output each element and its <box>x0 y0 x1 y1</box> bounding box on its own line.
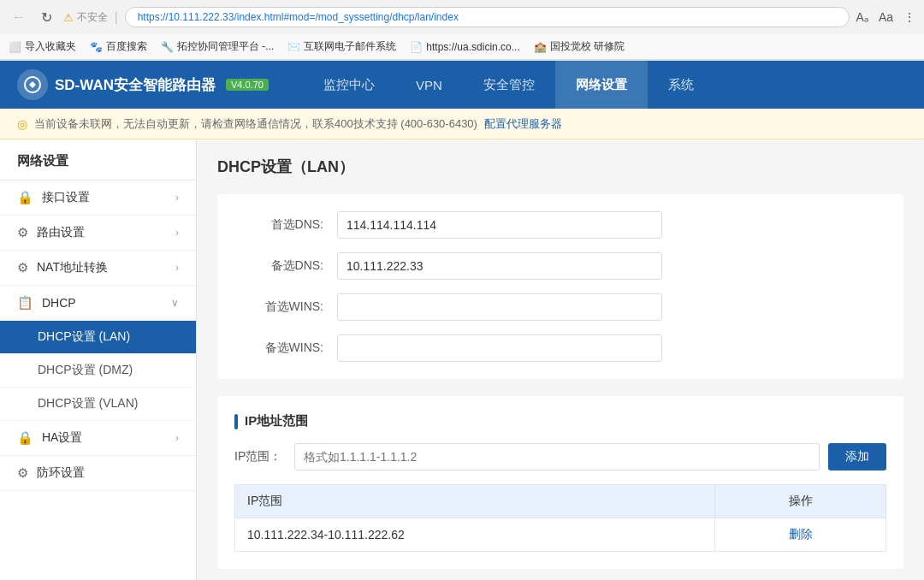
sidebar-label-loop: 防环设置 <box>37 465 179 481</box>
table-cell-action: 删除 <box>715 518 886 552</box>
content-area: DHCP设置（LAN） 首选DNS: 备选DNS: 首选WINS: 备选WINS… <box>197 139 924 580</box>
warning-text: 当前设备未联网，无法自动更新，请检查网络通信情况，联系400技术支持 (400-… <box>34 116 477 132</box>
input-secondary-wins[interactable] <box>337 334 662 362</box>
sidebar-label-interface: 接口设置 <box>42 190 175 205</box>
menu-icon[interactable]: ⋮ <box>903 10 915 24</box>
back-button[interactable]: ← <box>9 7 29 27</box>
logo-text: SD-WAN安全智能路由器 <box>55 75 216 95</box>
nat-icon: ⚙ <box>17 260 28 275</box>
chevron-nat: › <box>175 262 179 274</box>
bookmark-import[interactable]: ⬜ 导入收藏夹 <box>9 39 76 54</box>
nav-menu: 监控中心 VPN 安全管控 网络设置 系统 <box>303 61 907 109</box>
label-primary-wins: 首选WINS: <box>234 299 337 315</box>
page-title: DHCP设置（LAN） <box>217 157 903 177</box>
bookmark-icon-import: ⬜ <box>9 41 21 53</box>
bookmark-label-baidu: 百度搜索 <box>106 39 147 54</box>
table-row: 10.111.222.34-10.111.222.62 删除 <box>235 518 886 552</box>
form-row-primary-wins: 首选WINS: <box>234 293 886 321</box>
nav-network[interactable]: 网络设置 <box>555 61 648 109</box>
dhcp-icon: 📋 <box>17 295 33 311</box>
ip-section: IP地址范围 IP范围： 添加 IP范围 操作 10.111.222.34-10… <box>217 396 903 569</box>
section-title-bar <box>234 414 238 429</box>
input-primary-wins[interactable] <box>337 293 662 321</box>
bookmark-label-email: 互联网电子邮件系统 <box>304 39 396 54</box>
bookmark-icon-baidu: 🐾 <box>90 41 103 53</box>
label-secondary-wins: 备选WINS: <box>234 340 337 356</box>
label-secondary-dns: 备选DNS: <box>234 258 337 274</box>
nav-monitor[interactable]: 监控中心 <box>303 61 395 109</box>
loop-icon: ⚙ <box>17 465 28 481</box>
sidebar-label-route: 路由设置 <box>37 225 175 240</box>
browser-toolbar: ← ↻ ⚠ 不安全 | https://10.111.222.33/index.… <box>0 0 924 34</box>
route-icon: ⚙ <box>17 225 28 240</box>
chevron-ha: › <box>175 432 179 444</box>
table-cell-ip-range: 10.111.222.34-10.111.222.62 <box>235 518 715 552</box>
nav-system[interactable]: 系统 <box>648 61 714 109</box>
forward-button[interactable]: ↻ <box>36 7 56 27</box>
form-row-secondary-dns: 备选DNS: <box>234 252 886 280</box>
bookmark-label-platform: 拓控协同管理平台 -... <box>177 39 274 54</box>
address-url: https://10.111.222.33/index.html#mod=/mo… <box>138 11 459 23</box>
sidebar-item-nat[interactable]: ⚙ NAT地址转换 › <box>0 251 196 286</box>
sidebar-sub-dhcp-lan[interactable]: DHCP设置 (LAN) <box>0 321 196 354</box>
label-primary-dns: 首选DNS: <box>234 217 337 233</box>
security-warning-icon: ⚠ <box>63 11 74 24</box>
security-indicator: ⚠ 不安全 <box>63 10 108 25</box>
read-mode-icon[interactable]: Aₐ <box>856 10 868 24</box>
section-title-ip: IP地址范围 <box>234 413 886 429</box>
bookmarks-bar: ⬜ 导入收藏夹 🐾 百度搜索 🔧 拓控协同管理平台 -... ✉️ 互联网电子邮… <box>0 34 924 60</box>
add-ip-button[interactable]: 添加 <box>828 443 886 471</box>
sidebar-sub-dhcp-vlan[interactable]: DHCP设置 (VLAN) <box>0 388 196 421</box>
bookmark-label-import: 导入收藏夹 <box>25 39 76 54</box>
sidebar: 网络设置 🔒 接口设置 › ⚙ 路由设置 › ⚙ NAT地址转换 › 📋 DHC… <box>0 139 197 580</box>
sidebar-item-ha[interactable]: 🔒 HA设置 › <box>0 421 196 456</box>
address-bar[interactable]: https://10.111.222.33/index.html#mod=/mo… <box>125 7 850 27</box>
sidebar-title: 网络设置 <box>0 139 196 181</box>
bookmark-label-ua: https://ua.sdicin.co... <box>426 41 519 53</box>
browser-actions: Aₐ Aa ⋮ <box>856 10 915 24</box>
sidebar-item-dhcp[interactable]: 📋 DHCP ∨ <box>0 286 196 321</box>
bookmark-icon-school: 🏫 <box>534 41 547 53</box>
bookmark-school[interactable]: 🏫 国投觉校 研修院 <box>534 39 625 54</box>
security-text: 不安全 <box>77 10 108 25</box>
form-section: 首选DNS: 备选DNS: 首选WINS: 备选WINS: <box>217 194 903 379</box>
table-header-action: 操作 <box>715 485 886 518</box>
app-logo: SD-WAN安全智能路由器 V4.0.70 <box>17 69 269 100</box>
nav-vpn[interactable]: VPN <box>395 61 463 109</box>
ip-input-row: IP范围： 添加 <box>234 443 886 471</box>
input-secondary-dns[interactable] <box>337 252 662 280</box>
input-primary-dns[interactable] <box>337 211 662 239</box>
translate-icon[interactable]: Aa <box>879 10 893 24</box>
bookmark-icon-platform: 🔧 <box>161 41 174 53</box>
bookmark-baidu[interactable]: 🐾 百度搜索 <box>90 39 147 54</box>
sidebar-item-route[interactable]: ⚙ 路由设置 › <box>0 216 196 251</box>
bookmark-platform[interactable]: 🔧 拓控协同管理平台 -... <box>161 39 274 54</box>
interface-icon: 🔒 <box>17 190 33 205</box>
bookmark-email[interactable]: ✉️ 互联网电子邮件系统 <box>287 39 396 54</box>
table-header-ip-range: IP范围 <box>235 485 715 518</box>
sidebar-item-loop[interactable]: ⚙ 防环设置 <box>0 456 196 491</box>
section-title-text: IP地址范围 <box>245 413 308 429</box>
bookmark-icon-ua: 📄 <box>410 41 423 53</box>
warning-bar: ◎ 当前设备未联网，无法自动更新，请检查网络通信情况，联系400技术支持 (40… <box>0 109 924 139</box>
sidebar-item-interface[interactable]: 🔒 接口设置 › <box>0 181 196 216</box>
sidebar-label-dhcp: DHCP <box>42 296 171 310</box>
chevron-interface: › <box>175 192 179 204</box>
url-separator: | <box>115 10 118 24</box>
bookmark-icon-email: ✉️ <box>287 41 300 53</box>
ip-range-table: IP范围 操作 10.111.222.34-10.111.222.62 删除 <box>234 484 886 552</box>
form-row-secondary-wins: 备选WINS: <box>234 334 886 362</box>
sidebar-label-ha: HA设置 <box>42 430 175 446</box>
ip-input-label: IP范围： <box>234 449 286 465</box>
form-row-primary-dns: 首选DNS: <box>234 211 886 239</box>
delete-link[interactable]: 删除 <box>789 527 813 541</box>
ha-icon: 🔒 <box>17 430 33 446</box>
bookmark-label-school: 国投觉校 研修院 <box>550 39 625 54</box>
nav-security[interactable]: 安全管控 <box>463 61 555 109</box>
ip-range-input[interactable] <box>294 443 820 471</box>
configure-proxy-link[interactable]: 配置代理服务器 <box>484 116 562 132</box>
logo-icon <box>17 69 48 100</box>
bookmark-ua[interactable]: 📄 https://ua.sdicin.co... <box>410 41 519 53</box>
main-layout: 网络设置 🔒 接口设置 › ⚙ 路由设置 › ⚙ NAT地址转换 › 📋 DHC… <box>0 139 924 580</box>
sidebar-sub-dhcp-dmz[interactable]: DHCP设置 (DMZ) <box>0 354 196 388</box>
